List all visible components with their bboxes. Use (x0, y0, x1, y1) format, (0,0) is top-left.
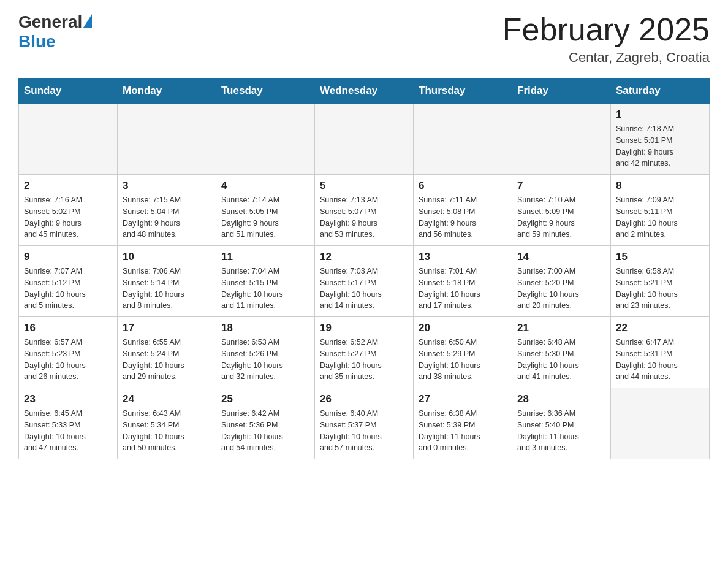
day-number: 4 (221, 180, 309, 192)
calendar-cell (118, 104, 216, 175)
calendar-cell: 15Sunrise: 6:58 AM Sunset: 5:21 PM Dayli… (611, 246, 710, 317)
calendar-cell: 21Sunrise: 6:48 AM Sunset: 5:30 PM Dayli… (512, 317, 611, 388)
page-header: General Blue February 2025 Centar, Zagre… (18, 12, 710, 66)
day-number: 16 (24, 322, 112, 334)
day-info: Sunrise: 7:11 AM Sunset: 5:08 PM Dayligh… (419, 194, 507, 240)
month-title: February 2025 (502, 12, 710, 47)
header-row: SundayMondayTuesdayWednesdayThursdayFrid… (19, 79, 710, 104)
calendar-cell: 6Sunrise: 7:11 AM Sunset: 5:08 PM Daylig… (414, 175, 512, 246)
calendar-cell: 16Sunrise: 6:57 AM Sunset: 5:23 PM Dayli… (19, 317, 118, 388)
calendar-cell: 23Sunrise: 6:45 AM Sunset: 5:33 PM Dayli… (19, 388, 118, 459)
day-info: Sunrise: 7:15 AM Sunset: 5:04 PM Dayligh… (123, 194, 211, 240)
header-cell-wednesday: Wednesday (315, 79, 414, 104)
day-number: 7 (517, 180, 605, 192)
day-info: Sunrise: 6:42 AM Sunset: 5:36 PM Dayligh… (221, 408, 309, 454)
day-info: Sunrise: 6:53 AM Sunset: 5:26 PM Dayligh… (221, 337, 309, 383)
week-row-4: 23Sunrise: 6:45 AM Sunset: 5:33 PM Dayli… (19, 388, 710, 459)
calendar-cell: 24Sunrise: 6:43 AM Sunset: 5:34 PM Dayli… (118, 388, 216, 459)
header-cell-tuesday: Tuesday (216, 79, 315, 104)
day-number: 27 (419, 393, 507, 405)
day-info: Sunrise: 6:38 AM Sunset: 5:39 PM Dayligh… (419, 408, 507, 454)
calendar-cell (611, 388, 710, 459)
calendar-cell: 11Sunrise: 7:04 AM Sunset: 5:15 PM Dayli… (216, 246, 315, 317)
calendar-cell: 17Sunrise: 6:55 AM Sunset: 5:24 PM Dayli… (118, 317, 216, 388)
calendar-cell: 3Sunrise: 7:15 AM Sunset: 5:04 PM Daylig… (118, 175, 216, 246)
day-info: Sunrise: 7:01 AM Sunset: 5:18 PM Dayligh… (419, 266, 507, 312)
week-row-3: 16Sunrise: 6:57 AM Sunset: 5:23 PM Dayli… (19, 317, 710, 388)
calendar-cell: 18Sunrise: 6:53 AM Sunset: 5:26 PM Dayli… (216, 317, 315, 388)
calendar-cell: 13Sunrise: 7:01 AM Sunset: 5:18 PM Dayli… (414, 246, 512, 317)
calendar-cell (216, 104, 315, 175)
day-number: 1 (616, 109, 704, 121)
day-number: 26 (320, 393, 408, 405)
day-number: 28 (517, 393, 605, 405)
day-number: 17 (123, 322, 211, 334)
logo-general-text: General (18, 12, 82, 32)
day-info: Sunrise: 6:50 AM Sunset: 5:29 PM Dayligh… (419, 337, 507, 383)
calendar-cell: 19Sunrise: 6:52 AM Sunset: 5:27 PM Dayli… (315, 317, 414, 388)
week-row-0: 1Sunrise: 7:18 AM Sunset: 5:01 PM Daylig… (19, 104, 710, 175)
calendar-cell: 1Sunrise: 7:18 AM Sunset: 5:01 PM Daylig… (611, 104, 710, 175)
day-number: 24 (123, 393, 211, 405)
day-number: 13 (419, 251, 507, 263)
day-number: 3 (123, 180, 211, 192)
day-info: Sunrise: 6:58 AM Sunset: 5:21 PM Dayligh… (616, 266, 704, 312)
day-number: 18 (221, 322, 309, 334)
calendar-cell: 4Sunrise: 7:14 AM Sunset: 5:05 PM Daylig… (216, 175, 315, 246)
calendar-table: SundayMondayTuesdayWednesdayThursdayFrid… (18, 78, 710, 459)
calendar-cell (19, 104, 118, 175)
day-number: 10 (123, 251, 211, 263)
day-info: Sunrise: 7:06 AM Sunset: 5:14 PM Dayligh… (123, 266, 211, 312)
day-info: Sunrise: 6:48 AM Sunset: 5:30 PM Dayligh… (517, 337, 605, 383)
calendar-cell: 12Sunrise: 7:03 AM Sunset: 5:17 PM Dayli… (315, 246, 414, 317)
day-number: 23 (24, 393, 112, 405)
header-cell-monday: Monday (118, 79, 216, 104)
day-number: 11 (221, 251, 309, 263)
day-info: Sunrise: 7:16 AM Sunset: 5:02 PM Dayligh… (24, 194, 112, 240)
calendar-cell: 22Sunrise: 6:47 AM Sunset: 5:31 PM Dayli… (611, 317, 710, 388)
day-number: 25 (221, 393, 309, 405)
day-number: 14 (517, 251, 605, 263)
day-info: Sunrise: 6:57 AM Sunset: 5:23 PM Dayligh… (24, 337, 112, 383)
day-number: 21 (517, 322, 605, 334)
calendar-cell (512, 104, 611, 175)
calendar-cell (414, 104, 512, 175)
header-cell-thursday: Thursday (414, 79, 512, 104)
calendar-cell: 7Sunrise: 7:10 AM Sunset: 5:09 PM Daylig… (512, 175, 611, 246)
day-info: Sunrise: 6:47 AM Sunset: 5:31 PM Dayligh… (616, 337, 704, 383)
day-info: Sunrise: 7:10 AM Sunset: 5:09 PM Dayligh… (517, 194, 605, 240)
calendar-cell: 25Sunrise: 6:42 AM Sunset: 5:36 PM Dayli… (216, 388, 315, 459)
calendar-body: 1Sunrise: 7:18 AM Sunset: 5:01 PM Daylig… (19, 104, 710, 459)
week-row-2: 9Sunrise: 7:07 AM Sunset: 5:12 PM Daylig… (19, 246, 710, 317)
day-number: 19 (320, 322, 408, 334)
day-info: Sunrise: 7:14 AM Sunset: 5:05 PM Dayligh… (221, 194, 309, 240)
calendar-cell: 9Sunrise: 7:07 AM Sunset: 5:12 PM Daylig… (19, 246, 118, 317)
day-info: Sunrise: 7:07 AM Sunset: 5:12 PM Dayligh… (24, 266, 112, 312)
day-info: Sunrise: 7:09 AM Sunset: 5:11 PM Dayligh… (616, 194, 704, 240)
day-info: Sunrise: 7:13 AM Sunset: 5:07 PM Dayligh… (320, 194, 408, 240)
logo-triangle-icon (83, 14, 92, 28)
day-info: Sunrise: 6:36 AM Sunset: 5:40 PM Dayligh… (517, 408, 605, 454)
day-info: Sunrise: 7:04 AM Sunset: 5:15 PM Dayligh… (221, 266, 309, 312)
title-section: February 2025 Centar, Zagreb, Croatia (502, 12, 710, 66)
day-info: Sunrise: 6:55 AM Sunset: 5:24 PM Dayligh… (123, 337, 211, 383)
header-cell-sunday: Sunday (19, 79, 118, 104)
day-info: Sunrise: 7:00 AM Sunset: 5:20 PM Dayligh… (517, 266, 605, 312)
day-info: Sunrise: 7:03 AM Sunset: 5:17 PM Dayligh… (320, 266, 408, 312)
calendar-cell: 14Sunrise: 7:00 AM Sunset: 5:20 PM Dayli… (512, 246, 611, 317)
day-info: Sunrise: 6:45 AM Sunset: 5:33 PM Dayligh… (24, 408, 112, 454)
calendar-cell: 5Sunrise: 7:13 AM Sunset: 5:07 PM Daylig… (315, 175, 414, 246)
calendar-cell: 20Sunrise: 6:50 AM Sunset: 5:29 PM Dayli… (414, 317, 512, 388)
calendar-cell: 26Sunrise: 6:40 AM Sunset: 5:37 PM Dayli… (315, 388, 414, 459)
calendar-cell: 28Sunrise: 6:36 AM Sunset: 5:40 PM Dayli… (512, 388, 611, 459)
calendar-header: SundayMondayTuesdayWednesdayThursdayFrid… (19, 79, 710, 104)
day-number: 2 (24, 180, 112, 192)
day-number: 15 (616, 251, 704, 263)
day-number: 20 (419, 322, 507, 334)
day-info: Sunrise: 7:18 AM Sunset: 5:01 PM Dayligh… (616, 123, 704, 169)
header-cell-friday: Friday (512, 79, 611, 104)
calendar-cell: 27Sunrise: 6:38 AM Sunset: 5:39 PM Dayli… (414, 388, 512, 459)
day-number: 12 (320, 251, 408, 263)
day-number: 6 (419, 180, 507, 192)
day-number: 8 (616, 180, 704, 192)
